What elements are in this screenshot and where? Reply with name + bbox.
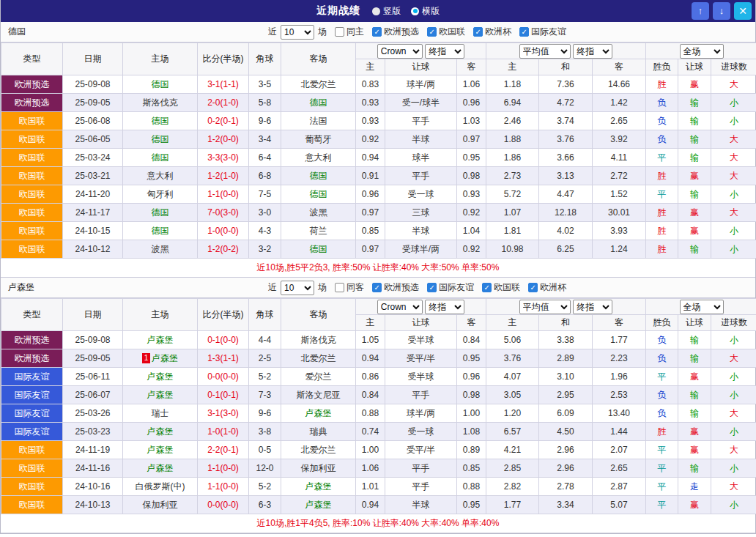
away-team[interactable]: 斯洛文尼亚 xyxy=(281,386,356,404)
scroll-down-button[interactable]: ↓ xyxy=(713,2,730,20)
home-team[interactable]: 匈牙利 xyxy=(123,185,198,204)
home-team-name[interactable]: 卢森堡 xyxy=(147,371,174,382)
home-team-name[interactable]: 卢森堡 xyxy=(147,390,174,400)
same-away-checkbox[interactable]: 同客 xyxy=(335,281,364,294)
away-team-name[interactable]: 北爱尔兰 xyxy=(301,353,336,363)
away-team-name[interactable]: 瑞典 xyxy=(310,426,327,437)
away-team-name[interactable]: 斯洛文尼亚 xyxy=(297,390,341,400)
away-team[interactable]: 德国 xyxy=(281,167,356,185)
away-team-name[interactable]: 波黑 xyxy=(310,207,327,218)
comp-checkbox-nations-league[interactable]: 欧国联 xyxy=(427,26,465,38)
radio-horizontal-layout[interactable]: 横版 xyxy=(411,5,440,18)
home-team-name[interactable]: 斯洛伐克 xyxy=(143,97,178,108)
home-team-name[interactable]: 卢森堡 xyxy=(147,335,174,345)
home-team[interactable]: 波黑 xyxy=(123,240,198,259)
away-team[interactable]: 意大利 xyxy=(281,149,356,167)
away-team-name[interactable]: 荷兰 xyxy=(310,226,327,236)
bookmaker-select[interactable]: Crown xyxy=(377,44,423,59)
radio-vertical-layout[interactable]: 竖版 xyxy=(372,5,401,18)
comp-checkbox-friendly[interactable]: 国际友谊 xyxy=(519,26,566,38)
away-team-name[interactable]: 卢森堡 xyxy=(305,500,332,510)
away-team[interactable]: 德国 xyxy=(281,185,356,204)
match-count-select[interactable]: 10 xyxy=(281,281,314,295)
away-team[interactable]: 爱尔兰 xyxy=(281,368,356,386)
home-team-name[interactable]: 白俄罗斯(中) xyxy=(136,481,185,492)
away-team-name[interactable]: 北爱尔兰 xyxy=(301,79,336,89)
away-team[interactable]: 北爱尔兰 xyxy=(281,75,356,94)
away-team[interactable]: 荷兰 xyxy=(281,222,356,240)
home-team[interactable]: 保加利亚 xyxy=(123,496,198,514)
avg-stage-select[interactable]: 终指 xyxy=(573,44,612,59)
comp-checkbox-qualifier[interactable]: 欧洲预选 xyxy=(372,281,419,294)
same-home-checkbox[interactable]: 同主 xyxy=(335,26,364,38)
away-team[interactable]: 德国 xyxy=(281,240,356,259)
home-team[interactable]: 德国 xyxy=(123,222,198,240)
away-team[interactable]: 北爱尔兰 xyxy=(281,349,356,368)
home-team[interactable]: 卢森堡 xyxy=(123,459,198,478)
match-count-select[interactable]: 10 xyxy=(281,25,314,40)
away-team[interactable]: 卢森堡 xyxy=(281,496,356,514)
bookmaker-select[interactable]: Crown xyxy=(377,300,423,314)
home-team-name[interactable]: 德国 xyxy=(152,226,169,236)
away-team-name[interactable]: 北爱尔兰 xyxy=(301,445,336,455)
home-team-name[interactable]: 德国 xyxy=(152,152,169,163)
average-select[interactable]: 平均值 xyxy=(519,44,571,59)
home-team[interactable]: 卢森堡 xyxy=(123,368,198,386)
away-team-name[interactable]: 爱尔兰 xyxy=(305,371,332,382)
home-team[interactable]: 德国 xyxy=(123,130,198,149)
home-team[interactable]: 瑞士 xyxy=(123,404,198,423)
home-team-name[interactable]: 德国 xyxy=(152,79,169,89)
away-team-name[interactable]: 德国 xyxy=(310,244,327,254)
away-team-name[interactable]: 卢森堡 xyxy=(305,481,332,492)
home-team-name[interactable]: 德国 xyxy=(152,134,169,144)
home-team[interactable]: 德国 xyxy=(123,149,198,167)
home-team-name[interactable]: 卢森堡 xyxy=(152,353,178,363)
scope-select[interactable]: 全场 xyxy=(680,300,724,314)
odds-stage-select[interactable]: 终指 xyxy=(425,300,464,314)
scroll-up-button[interactable]: ↑ xyxy=(692,2,709,20)
avg-stage-select[interactable]: 终指 xyxy=(573,300,612,314)
home-team[interactable]: 德国 xyxy=(123,75,198,94)
home-team-name[interactable]: 波黑 xyxy=(152,244,169,254)
comp-checkbox-nations-league[interactable]: 欧国联 xyxy=(482,281,520,294)
home-team[interactable]: 白俄罗斯(中) xyxy=(123,478,198,496)
away-team-name[interactable]: 葡萄牙 xyxy=(305,134,332,144)
away-team[interactable]: 卢森堡 xyxy=(281,404,356,423)
home-team-name[interactable]: 德国 xyxy=(152,116,169,126)
home-team-name[interactable]: 意大利 xyxy=(147,171,174,181)
close-button[interactable]: ✕ xyxy=(734,2,752,20)
home-team[interactable]: 德国 xyxy=(123,112,198,130)
comp-checkbox-euro[interactable]: 欧洲杯 xyxy=(528,281,566,294)
home-team[interactable]: 卢森堡 xyxy=(123,386,198,404)
odds-stage-select[interactable]: 终指 xyxy=(425,44,464,59)
away-team[interactable]: 法国 xyxy=(281,112,356,130)
home-team-name[interactable]: 卢森堡 xyxy=(147,463,174,473)
away-team[interactable]: 北爱尔兰 xyxy=(281,441,356,459)
away-team[interactable]: 德国 xyxy=(281,94,356,112)
home-team[interactable]: 斯洛伐克 xyxy=(123,94,198,112)
home-team-name[interactable]: 匈牙利 xyxy=(147,189,174,199)
away-team-name[interactable]: 法国 xyxy=(310,116,327,126)
away-team[interactable]: 卢森堡 xyxy=(281,478,356,496)
comp-checkbox-friendly[interactable]: 国际友谊 xyxy=(427,281,474,294)
home-team-name[interactable]: 卢森堡 xyxy=(147,445,174,455)
home-team-name[interactable]: 德国 xyxy=(152,207,169,218)
average-select[interactable]: 平均值 xyxy=(519,300,571,314)
home-team[interactable]: 意大利 xyxy=(123,167,198,185)
home-team-name[interactable]: 瑞士 xyxy=(152,408,169,418)
home-team[interactable]: 1卢森堡 xyxy=(123,349,198,368)
away-team-name[interactable]: 德国 xyxy=(310,171,327,181)
away-team[interactable]: 保加利亚 xyxy=(281,459,356,478)
away-team[interactable]: 葡萄牙 xyxy=(281,130,356,149)
away-team-name[interactable]: 意大利 xyxy=(305,152,332,163)
home-team-name[interactable]: 保加利亚 xyxy=(143,500,178,510)
away-team-name[interactable]: 德国 xyxy=(310,189,327,199)
scope-select[interactable]: 全场 xyxy=(680,44,724,59)
comp-checkbox-euro[interactable]: 欧洲杯 xyxy=(473,26,511,38)
away-team[interactable]: 瑞典 xyxy=(281,423,356,441)
comp-checkbox-qualifier[interactable]: 欧洲预选 xyxy=(372,26,419,38)
away-team-name[interactable]: 保加利亚 xyxy=(301,463,336,473)
home-team-name[interactable]: 卢森堡 xyxy=(147,426,174,437)
away-team[interactable]: 波黑 xyxy=(281,204,356,222)
home-team[interactable]: 卢森堡 xyxy=(123,441,198,459)
